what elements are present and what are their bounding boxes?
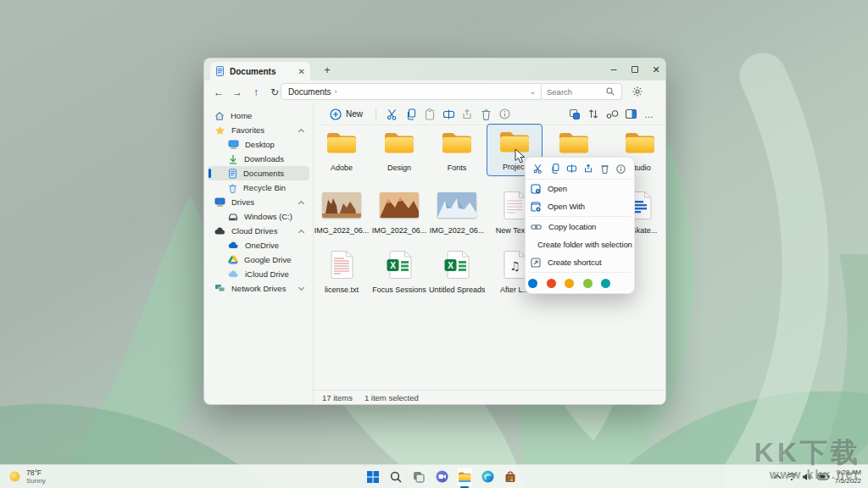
preview-pane-button[interactable] bbox=[621, 106, 640, 123]
sidebar-item-onedrive[interactable]: OneDrive bbox=[208, 238, 309, 252]
file-item-focus-sessions[interactable]: X Focus Sessions bbox=[371, 247, 427, 300]
share-button[interactable] bbox=[458, 106, 476, 123]
download-icon bbox=[228, 154, 238, 164]
plus-circle-icon bbox=[330, 108, 342, 120]
file-item-photo2[interactable]: IMG_2022_06... bbox=[371, 188, 427, 241]
sort-button[interactable] bbox=[584, 106, 603, 123]
quick-actions-row bbox=[526, 159, 634, 180]
edge-button[interactable] bbox=[479, 467, 496, 487]
menu-label: Open bbox=[548, 184, 567, 193]
paste-button[interactable] bbox=[420, 106, 439, 123]
sidebar-item-drives[interactable]: Drives bbox=[208, 195, 309, 209]
photo-thumbnail-sunset-mountain bbox=[380, 192, 419, 218]
sidebar-label: Cloud Drives bbox=[231, 226, 277, 236]
svg-text:♫: ♫ bbox=[509, 259, 520, 273]
task-view-button[interactable] bbox=[410, 467, 427, 487]
copy-button[interactable] bbox=[402, 106, 420, 123]
tag-color-red[interactable] bbox=[547, 279, 556, 288]
file-item-untitled-spreadsheet[interactable]: X Untitled Spreads... bbox=[429, 247, 485, 300]
document-tab-icon bbox=[215, 66, 225, 76]
tag-color-blue[interactable] bbox=[528, 279, 537, 288]
tag-color-green[interactable] bbox=[583, 279, 593, 288]
share-quick-button[interactable] bbox=[581, 163, 595, 175]
more-options-button[interactable]: … bbox=[640, 106, 659, 123]
new-tab-button[interactable]: + bbox=[320, 62, 335, 77]
sidebar-item-cloud-drives[interactable]: Cloud Drives bbox=[208, 224, 309, 238]
address-bar[interactable]: Documents › ⌄ bbox=[281, 83, 543, 100]
open-with-icon bbox=[531, 202, 541, 212]
file-name: Adobe bbox=[314, 164, 370, 172]
address-dropdown-icon[interactable]: ⌄ bbox=[529, 87, 536, 96]
sidebar-item-downloads[interactable]: Downloads bbox=[208, 152, 309, 166]
file-item-photo3[interactable]: IMG_2022_06... bbox=[429, 188, 485, 241]
group-button[interactable] bbox=[603, 106, 621, 123]
menu-item-create-folder-with-selection[interactable]: Create folder with selection bbox=[526, 236, 634, 253]
start-button[interactable] bbox=[364, 467, 381, 487]
rename-button[interactable] bbox=[439, 106, 458, 123]
file-item-license[interactable]: license.txt bbox=[314, 247, 370, 300]
sidebar-item-favorites[interactable]: Favorites bbox=[208, 123, 309, 137]
copy-quick-button[interactable] bbox=[548, 163, 562, 175]
search-input[interactable] bbox=[547, 87, 606, 97]
new-button[interactable]: New bbox=[324, 106, 369, 123]
chat-button[interactable] bbox=[433, 467, 450, 487]
store-button[interactable] bbox=[502, 467, 519, 487]
file-item-design[interactable]: Design bbox=[371, 125, 427, 178]
menu-item-copy-location[interactable]: Copy location bbox=[526, 218, 634, 236]
sidebar-item-documents[interactable]: Documents bbox=[208, 166, 309, 180]
sidebar-item-recycle-bin[interactable]: Recycle Bin bbox=[208, 180, 309, 195]
file-item-photo1[interactable]: IMG_2022_06... bbox=[314, 188, 370, 241]
trash-icon bbox=[600, 164, 609, 174]
tag-color-teal[interactable] bbox=[601, 279, 610, 288]
file-explorer-button[interactable] bbox=[456, 467, 473, 487]
sidebar-label: Downloads bbox=[244, 154, 284, 164]
menu-item-open[interactable]: Open bbox=[526, 180, 634, 197]
breadcrumb[interactable]: Documents bbox=[288, 87, 331, 97]
properties-quick-button[interactable] bbox=[615, 163, 628, 175]
chevron-up-icon[interactable] bbox=[298, 201, 304, 207]
settings-button[interactable] bbox=[628, 83, 647, 100]
cut-button[interactable] bbox=[383, 106, 402, 123]
rename-quick-button[interactable] bbox=[565, 163, 578, 175]
sidebar-item-network-drives[interactable]: Network Drives bbox=[208, 281, 309, 296]
sidebar-item-windows-c[interactable]: Windows (C:) bbox=[208, 209, 309, 224]
back-button[interactable]: ← bbox=[210, 84, 227, 101]
tab-documents[interactable]: Documents ✕ bbox=[210, 62, 310, 80]
search-taskbar-button[interactable] bbox=[387, 467, 404, 487]
tab-title: Documents bbox=[230, 67, 293, 76]
cut-icon bbox=[533, 164, 543, 174]
info-icon bbox=[499, 108, 510, 119]
trash-icon bbox=[481, 108, 492, 120]
home-icon bbox=[214, 111, 225, 121]
file-name: Fonts bbox=[429, 164, 485, 172]
tag-color-orange[interactable] bbox=[565, 279, 574, 288]
minimize-button[interactable]: – bbox=[603, 58, 625, 80]
weather-widget[interactable]: 78°F Sunny bbox=[0, 469, 46, 485]
sidebar-item-icloud-drive[interactable]: iCloud Drive bbox=[208, 267, 309, 281]
delete-button[interactable] bbox=[476, 106, 495, 123]
properties-button[interactable] bbox=[495, 106, 514, 123]
forward-button[interactable]: → bbox=[229, 84, 246, 101]
close-button[interactable]: ✕ bbox=[645, 58, 666, 80]
preview-pane-icon bbox=[625, 108, 637, 119]
maximize-button[interactable] bbox=[624, 58, 646, 80]
chevron-up-icon[interactable] bbox=[298, 230, 304, 236]
menu-item-open-with[interactable]: Open With bbox=[526, 197, 634, 215]
sidebar-item-google-drive[interactable]: Google Drive bbox=[208, 252, 309, 267]
store-icon bbox=[504, 471, 516, 483]
up-button[interactable]: ↑ bbox=[248, 84, 264, 101]
menu-item-create-shortcut[interactable]: Create shortcut bbox=[526, 253, 634, 271]
layout-button[interactable] bbox=[565, 106, 584, 123]
file-item-fonts[interactable]: Fonts bbox=[429, 125, 485, 178]
cut-quick-button[interactable] bbox=[531, 163, 545, 175]
sidebar-item-desktop[interactable]: Desktop bbox=[208, 137, 309, 152]
delete-quick-button[interactable] bbox=[598, 163, 611, 175]
sidebar-label: Google Drive bbox=[244, 255, 291, 264]
tab-close-icon[interactable]: ✕ bbox=[298, 67, 305, 76]
sidebar-item-home[interactable]: Home bbox=[208, 108, 309, 123]
chevron-up-icon[interactable] bbox=[298, 129, 304, 135]
chevron-down-icon[interactable] bbox=[298, 285, 304, 291]
search-box[interactable] bbox=[541, 83, 622, 100]
file-item-adobe[interactable]: Adobe bbox=[314, 125, 370, 178]
edge-icon bbox=[481, 470, 494, 483]
